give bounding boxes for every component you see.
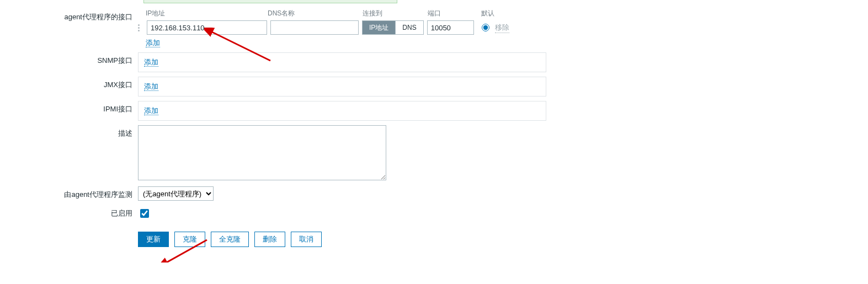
full-clone-button[interactable]: 全克隆 [211,232,249,247]
connect-to-toggle: IP地址 DNS [362,20,424,35]
connect-to-dns-button[interactable]: DNS [395,21,423,34]
add-jmx-interface-link[interactable]: 添加 [144,82,158,91]
enabled-checkbox[interactable] [140,209,149,218]
ipmi-interface-box: 添加 [138,101,546,121]
header-ip: IP地址 [138,9,268,18]
label-ipmi-interface: IPMI接口 [0,101,138,114]
label-monitored-by: 由agent代理程序监测 [0,186,138,200]
proxy-select[interactable]: (无agent代理程序) [138,186,214,201]
add-snmp-interface-link[interactable]: 添加 [144,58,158,67]
label-agent-interface: agent代理程序的接口 [0,9,138,22]
label-jmx-interface: JMX接口 [0,77,138,90]
snmp-interface-box: 添加 [138,52,546,72]
delete-button[interactable]: 删除 [254,232,285,247]
cancel-button[interactable]: 取消 [291,232,322,247]
update-button[interactable]: 更新 [138,232,169,247]
action-button-row: 更新 克隆 全克隆 删除 取消 [138,232,322,247]
drag-handle-icon[interactable] [138,24,142,31]
add-agent-interface-link[interactable]: 添加 [146,39,160,47]
header-connect: 连接到 [363,9,428,18]
label-description: 描述 [0,125,138,138]
label-snmp-interface: SNMP接口 [0,52,138,66]
clone-button[interactable]: 克隆 [174,232,205,247]
remove-interface-link: 移除 [495,23,509,33]
header-dns: DNS名称 [268,9,363,18]
default-interface-radio[interactable] [482,24,489,31]
connect-to-ip-button[interactable]: IP地址 [363,21,395,34]
header-default: 默认 [481,9,514,18]
ip-address-input[interactable] [147,20,267,35]
header-port: 端口 [428,9,481,18]
message-bar-remnant [143,0,397,3]
jmx-interface-box: 添加 [138,77,546,97]
dns-name-input[interactable] [270,20,359,35]
add-ipmi-interface-link[interactable]: 添加 [144,106,158,115]
label-enabled: 已启用 [0,205,138,218]
interface-headers: IP地址 DNS名称 连接到 端口 默认 [138,9,514,18]
description-textarea[interactable] [138,125,386,180]
agent-interface-row: IP地址 DNS 移除 [138,20,514,35]
port-input[interactable] [427,20,474,35]
